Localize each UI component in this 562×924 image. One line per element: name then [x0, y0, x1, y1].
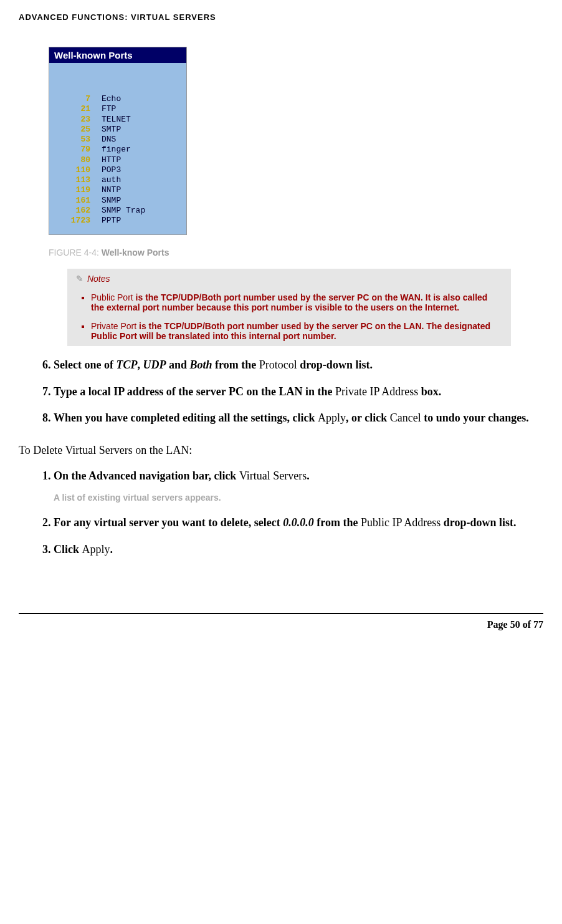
port-name: Echo — [102, 94, 121, 104]
port-number: 161 — [55, 196, 102, 206]
steps-list-b: On the Advanced navigation bar, click Vi… — [36, 468, 543, 557]
port-number: 7 — [55, 94, 102, 104]
ports-row: 161SNMP — [55, 196, 180, 206]
port-number: 119 — [55, 185, 102, 195]
port-name: SNMP Trap — [102, 206, 145, 216]
note-item: Private Port is the TCP/UDP/Both port nu… — [91, 321, 502, 341]
step-item: Type a local IP address of the server PC… — [54, 384, 543, 399]
ports-row: 119NNTP — [55, 185, 180, 195]
port-number: 53 — [55, 135, 102, 145]
ports-row: 23TELNET — [55, 115, 180, 125]
steps-list-a: Select one of TCP, UDP and Both from the… — [36, 357, 543, 425]
section2-heading: To Delete Virtual Servers on the LAN: — [19, 444, 543, 457]
port-name: auth — [102, 175, 121, 185]
port-number: 80 — [55, 155, 102, 165]
ports-row: 110POP3 — [55, 165, 180, 175]
port-number: 25 — [55, 125, 102, 135]
note-term: Private Port — [91, 321, 136, 331]
ports-row: 7Echo — [55, 94, 180, 104]
ports-row: 25SMTP — [55, 125, 180, 135]
ports-body: 7Echo21FTP23TELNET25SMTP53DNS79finger80H… — [49, 63, 186, 234]
ports-row: 113auth — [55, 175, 180, 185]
port-number: 21 — [55, 104, 102, 114]
port-name: TELNET — [102, 115, 131, 125]
note-term: Public Port — [91, 292, 133, 302]
ports-row: 162SNMP Trap — [55, 206, 180, 216]
port-number: 162 — [55, 206, 102, 216]
step-item: On the Advanced navigation bar, click Vi… — [54, 468, 543, 504]
pencil-icon: ✎ — [76, 274, 83, 284]
page-footer: Page 50 of 77 — [19, 613, 543, 630]
port-name: DNS — [102, 135, 116, 145]
port-name: PPTP — [102, 216, 121, 226]
port-number: 1723 — [55, 216, 102, 226]
step-item: When you have completed editing all the … — [54, 410, 543, 425]
port-number: 110 — [55, 165, 102, 175]
port-number: 113 — [55, 175, 102, 185]
notes-list: Public Port is the TCP/UDP/Both port num… — [76, 292, 502, 341]
page-header: ADVANCED FUNCTIONS: VIRTUAL SERVERS — [19, 12, 543, 22]
figure-title: Well-know Ports — [102, 248, 169, 257]
notes-title: Notes — [87, 274, 110, 284]
step-item: Click Apply. — [54, 542, 543, 557]
ports-row: 53DNS — [55, 135, 180, 145]
ports-figure: Well-known Ports 7Echo21FTP23TELNET25SMT… — [49, 47, 187, 235]
figure-label: FIGURE 4-4: — [49, 248, 102, 257]
ports-row: 80HTTP — [55, 155, 180, 165]
ports-row: 1723PPTP — [55, 216, 180, 226]
port-name: HTTP — [102, 155, 121, 165]
ports-titlebar: Well-known Ports — [49, 47, 186, 63]
notes-box: ✎ Notes Public Port is the TCP/UDP/Both … — [67, 269, 511, 346]
figure-caption: FIGURE 4-4: Well-know Ports — [49, 248, 543, 257]
port-number: 23 — [55, 115, 102, 125]
port-name: finger — [102, 145, 131, 155]
port-name: NNTP — [102, 185, 121, 195]
step-item: For any virtual server you want to delet… — [54, 515, 543, 530]
note-item: Public Port is the TCP/UDP/Both port num… — [91, 292, 502, 312]
port-name: POP3 — [102, 165, 121, 175]
port-name: SNMP — [102, 196, 121, 206]
notes-header: ✎ Notes — [76, 274, 502, 284]
port-name: FTP — [102, 104, 116, 114]
ports-row: 21FTP — [55, 104, 180, 114]
port-name: SMTP — [102, 125, 121, 135]
port-number: 79 — [55, 145, 102, 155]
ports-row: 79finger — [55, 145, 180, 155]
step-item: Select one of TCP, UDP and Both from the… — [54, 357, 543, 372]
sub-note: A list of existing virtual servers appea… — [54, 492, 543, 504]
